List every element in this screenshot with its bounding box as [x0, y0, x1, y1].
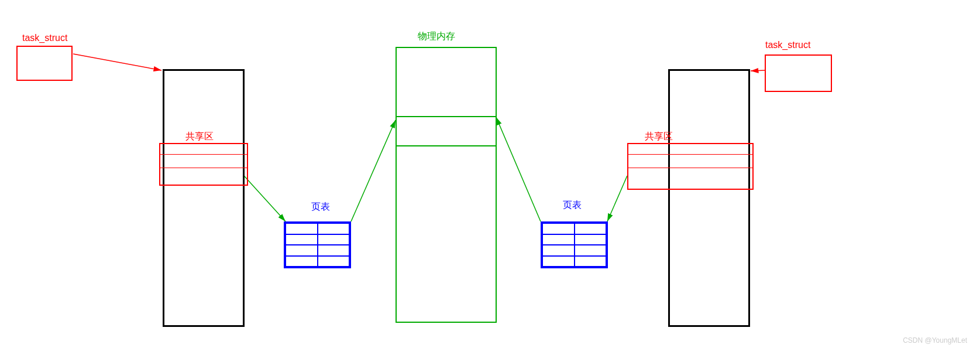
svg-line-0 — [73, 54, 161, 70]
right-shared-box — [627, 143, 754, 190]
svg-line-3 — [351, 120, 396, 221]
svg-line-5 — [607, 176, 627, 221]
shared-left-label: 共享区 — [185, 131, 214, 143]
page-table-left-label: 页表 — [311, 201, 330, 213]
watermark: CSDN @YoungMLet — [903, 336, 967, 344]
left-process-column — [163, 69, 245, 327]
task-struct-right-box — [765, 54, 832, 92]
task-struct-left-label: task_struct — [22, 33, 67, 43]
physical-memory-box — [396, 47, 497, 323]
svg-line-2 — [244, 176, 286, 221]
svg-line-1 — [751, 70, 765, 71]
page-table-left — [284, 221, 351, 268]
task-struct-left-box — [16, 46, 73, 81]
left-shared-box — [159, 143, 248, 186]
physical-memory-label: 物理内存 — [418, 30, 455, 43]
page-table-right-label: 页表 — [563, 199, 582, 211]
task-struct-right-label: task_struct — [765, 40, 810, 50]
svg-line-4 — [496, 117, 541, 221]
shared-right-label: 共享区 — [645, 131, 673, 143]
right-process-column — [668, 69, 750, 327]
page-table-right — [541, 221, 608, 268]
